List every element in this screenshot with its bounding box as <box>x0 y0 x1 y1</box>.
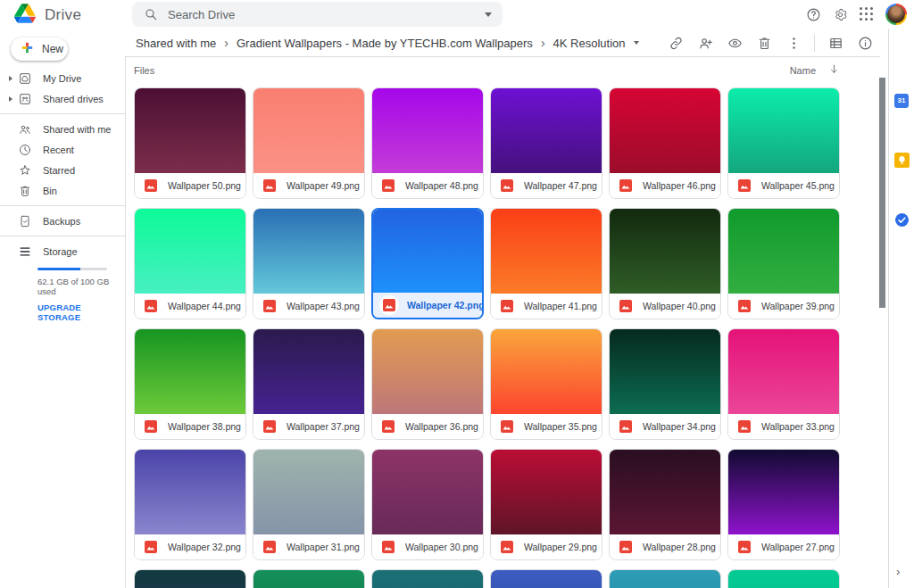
file-card[interactable] <box>727 569 840 588</box>
search-bar[interactable] <box>132 2 503 27</box>
expand-arrow-icon[interactable] <box>5 76 16 81</box>
drive-logo[interactable]: Drive <box>14 4 81 27</box>
file-card[interactable] <box>490 569 602 588</box>
file-footer: Wallpaper 28.png <box>610 534 720 559</box>
calendar-icon[interactable]: 31 <box>894 93 910 108</box>
file-name: Wallpaper 39.png <box>761 301 835 311</box>
file-card[interactable]: Wallpaper 31.png <box>253 449 365 560</box>
image-file-icon <box>382 420 395 433</box>
sidebar-item-my-drive[interactable]: My Drive <box>0 68 125 88</box>
file-card[interactable]: Wallpaper 27.png <box>727 449 840 560</box>
file-card-selected[interactable]: Wallpaper 42.png <box>371 208 484 319</box>
file-card[interactable]: Wallpaper 28.png <box>609 449 721 560</box>
toolbar-divider <box>814 34 815 52</box>
settings-gear-icon[interactable] <box>832 6 848 22</box>
file-thumbnail <box>135 570 245 588</box>
new-button[interactable]: New <box>11 37 68 61</box>
sidebar-item-bin[interactable]: Bin <box>0 180 125 201</box>
file-card[interactable]: Wallpaper 35.png <box>490 328 602 440</box>
file-card[interactable] <box>609 569 721 588</box>
file-card[interactable]: Wallpaper 45.png <box>727 87 840 199</box>
tasks-icon[interactable] <box>894 212 910 228</box>
preview-icon[interactable] <box>723 31 746 54</box>
sort-control[interactable]: Name <box>790 62 840 79</box>
image-file-icon <box>382 541 395 553</box>
info-icon[interactable] <box>853 31 877 54</box>
keep-icon[interactable] <box>894 153 910 168</box>
delete-icon[interactable] <box>752 31 776 54</box>
file-footer: Wallpaper 44.png <box>135 294 245 319</box>
file-card[interactable]: Wallpaper 46.png <box>609 87 721 199</box>
scrollbar-thumb[interactable] <box>879 78 885 308</box>
breadcrumb-shared-with-me[interactable]: Shared with me <box>136 37 216 50</box>
sidebar-item-starred[interactable]: Starred <box>0 160 125 180</box>
file-footer: Wallpaper 30.png <box>372 534 483 559</box>
file-card[interactable]: Wallpaper 40.png <box>609 208 721 319</box>
file-name: Wallpaper 40.png <box>643 301 716 311</box>
sidebar-item-label: My Drive <box>43 73 81 84</box>
my-drive-icon <box>18 71 32 86</box>
file-card[interactable] <box>253 569 365 588</box>
file-card[interactable]: Wallpaper 50.png <box>134 87 246 199</box>
file-card[interactable]: Wallpaper 47.png <box>490 87 602 199</box>
file-name: Wallpaper 48.png <box>405 180 478 191</box>
add-person-icon[interactable] <box>694 31 717 54</box>
breadcrumb-folder[interactable]: Gradient Wallpapers - Made by YTECHB.com… <box>237 37 533 50</box>
folder-menu-caret-icon[interactable] <box>634 41 639 45</box>
file-name: Wallpaper 35.png <box>524 421 597 432</box>
sidebar-item-shared-with-me[interactable]: Shared with me <box>0 119 125 139</box>
upgrade-storage-link[interactable]: UPGRADE STORAGE <box>37 302 125 322</box>
storage-progress-bar <box>37 268 107 270</box>
google-apps-grid-icon[interactable] <box>859 6 875 22</box>
file-card[interactable]: Wallpaper 49.png <box>253 87 365 199</box>
search-input[interactable] <box>168 8 476 21</box>
file-card[interactable]: Wallpaper 44.png <box>134 208 246 319</box>
files-header-row: Files Name <box>134 62 840 79</box>
breadcrumb-separator-icon: › <box>541 36 545 50</box>
file-card[interactable]: Wallpaper 33.png <box>727 328 840 440</box>
image-file-icon <box>738 541 751 553</box>
file-name: Wallpaper 46.png <box>643 180 716 191</box>
file-card[interactable]: Wallpaper 29.png <box>490 449 602 560</box>
sidebar-item-shared-drives[interactable]: Shared drives <box>0 88 125 109</box>
file-name: Wallpaper 27.png <box>761 542 835 552</box>
account-avatar[interactable] <box>885 4 907 25</box>
file-card[interactable]: Wallpaper 43.png <box>253 208 365 319</box>
file-card[interactable]: Wallpaper 30.png <box>371 449 484 560</box>
sidebar-item-recent[interactable]: Recent <box>0 139 125 160</box>
list-view-icon[interactable] <box>824 31 847 54</box>
image-file-icon <box>738 300 751 312</box>
file-footer: Wallpaper 47.png <box>491 173 602 198</box>
file-card[interactable]: Wallpaper 38.png <box>134 328 246 440</box>
file-card[interactable]: Wallpaper 48.png <box>371 87 484 199</box>
file-card[interactable] <box>134 569 246 588</box>
image-file-icon <box>619 300 632 312</box>
sort-direction-down-icon[interactable] <box>828 62 840 79</box>
breadcrumb-current-folder[interactable]: 4K Resolution <box>553 37 626 50</box>
file-card[interactable]: Wallpaper 41.png <box>490 208 602 319</box>
file-card[interactable] <box>371 569 484 588</box>
bin-icon <box>18 184 32 198</box>
file-card[interactable]: Wallpaper 36.png <box>371 328 484 440</box>
sidebar-item-storage[interactable]: Storage <box>0 241 125 261</box>
link-icon[interactable] <box>664 31 687 54</box>
sidebar-item-backups[interactable]: Backups <box>0 211 125 231</box>
expand-arrow-icon[interactable] <box>5 96 16 102</box>
more-icon[interactable] <box>782 31 805 54</box>
files-section-label: Files <box>134 65 154 76</box>
file-footer: Wallpaper 39.png <box>728 294 839 319</box>
search-options-caret-icon[interactable] <box>485 12 492 17</box>
drive-app-window: Drive Shared with me › Grad <box>0 0 914 588</box>
file-card[interactable]: Wallpaper 32.png <box>134 449 246 560</box>
file-thumbnail <box>372 450 483 534</box>
file-footer: Wallpaper 45.png <box>728 173 839 198</box>
file-card[interactable]: Wallpaper 39.png <box>727 208 840 319</box>
file-thumbnail <box>253 450 364 534</box>
file-name: Wallpaper 50.png <box>168 180 241 191</box>
shared-drives-icon <box>18 92 32 106</box>
help-icon[interactable] <box>805 6 821 22</box>
collapse-panel-chevron-icon[interactable]: › <box>896 565 900 578</box>
file-footer: Wallpaper 41.png <box>491 294 602 319</box>
file-card[interactable]: Wallpaper 37.png <box>253 328 365 440</box>
file-card[interactable]: Wallpaper 34.png <box>609 328 721 440</box>
